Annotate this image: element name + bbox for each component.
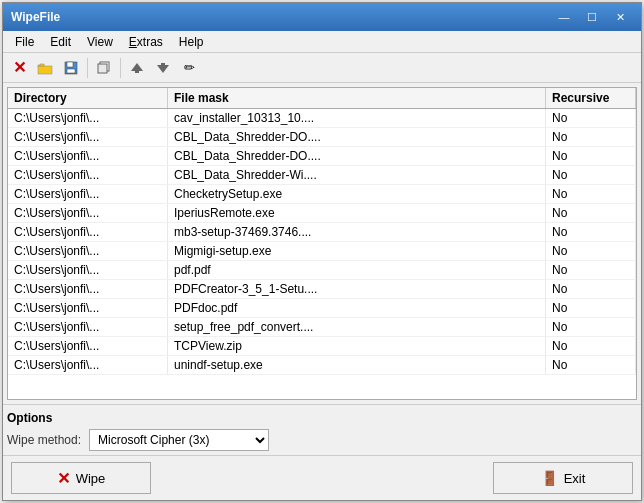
svg-marker-8 xyxy=(131,63,143,71)
cell-recursive: No xyxy=(546,242,636,260)
bottom-bar: ✕ Wipe 🚪 Exit xyxy=(3,455,641,500)
cell-filemask: mb3-setup-37469.3746.... xyxy=(168,223,546,241)
toolbar-copy-btn[interactable] xyxy=(92,56,116,80)
toolbar: ✕ xyxy=(3,53,641,83)
cell-recursive: No xyxy=(546,261,636,279)
wipe-method-label: Wipe method: xyxy=(7,433,81,447)
cell-filemask: CBL_Data_Shredder-DO.... xyxy=(168,128,546,146)
cell-directory: C:\Users\jonfi\... xyxy=(8,337,168,355)
cell-recursive: No xyxy=(546,223,636,241)
cell-filemask: TCPView.zip xyxy=(168,337,546,355)
cell-recursive: No xyxy=(546,280,636,298)
menu-file[interactable]: File xyxy=(7,33,42,51)
main-content: Directory File mask Recursive C:\Users\j… xyxy=(3,83,641,404)
cell-directory: C:\Users\jonfi\... xyxy=(8,204,168,222)
table-row[interactable]: C:\Users\jonfi\... setup_free_pdf_conver… xyxy=(8,318,636,337)
close-button[interactable]: ✕ xyxy=(607,8,633,26)
cell-filemask: cav_installer_10313_10.... xyxy=(168,109,546,127)
menu-help[interactable]: Help xyxy=(171,33,212,51)
table-row[interactable]: C:\Users\jonfi\... unindf-setup.exe No xyxy=(8,356,636,375)
toolbar-moveup-btn[interactable] xyxy=(125,56,149,80)
svg-rect-4 xyxy=(67,62,73,67)
toolbar-save-btn[interactable] xyxy=(59,56,83,80)
svg-rect-9 xyxy=(135,71,139,73)
title-bar: WipeFile — ☐ ✕ xyxy=(3,3,641,31)
file-list-body[interactable]: C:\Users\jonfi\... cav_installer_10313_1… xyxy=(8,109,636,399)
table-row[interactable]: C:\Users\jonfi\... IperiusRemote.exe No xyxy=(8,204,636,223)
cell-recursive: No xyxy=(546,356,636,374)
maximize-button[interactable]: ☐ xyxy=(579,8,605,26)
svg-rect-11 xyxy=(161,63,165,65)
cell-recursive: No xyxy=(546,299,636,317)
cell-recursive: No xyxy=(546,128,636,146)
table-row[interactable]: C:\Users\jonfi\... TCPView.zip No xyxy=(8,337,636,356)
col-header-recursive: Recursive xyxy=(546,88,636,108)
svg-rect-1 xyxy=(38,66,52,74)
cell-filemask: PDFCreator-3_5_1-Setu.... xyxy=(168,280,546,298)
menu-bar: File Edit View Extras Help xyxy=(3,31,641,53)
table-row[interactable]: C:\Users\jonfi\... CBL_Data_Shredder-DO.… xyxy=(8,147,636,166)
options-section: Options Wipe method: Microsoft Cipher (3… xyxy=(3,404,641,455)
cell-directory: C:\Users\jonfi\... xyxy=(8,147,168,165)
cell-filemask: pdf.pdf xyxy=(168,261,546,279)
title-bar-controls: — ☐ ✕ xyxy=(551,8,633,26)
col-header-directory: Directory xyxy=(8,88,168,108)
cell-filemask: CBL_Data_Shredder-DO.... xyxy=(168,147,546,165)
main-window: WipeFile — ☐ ✕ File Edit View Extras Hel… xyxy=(2,2,642,501)
wipe-label: Wipe xyxy=(76,471,106,486)
wipe-method-select[interactable]: Microsoft Cipher (3x)DoD 5220.22-M (3 pa… xyxy=(89,429,269,451)
cell-filemask: CBL_Data_Shredder-Wi.... xyxy=(168,166,546,184)
cell-directory: C:\Users\jonfi\... xyxy=(8,356,168,374)
cell-recursive: No xyxy=(546,109,636,127)
table-row[interactable]: C:\Users\jonfi\... CBL_Data_Shredder-DO.… xyxy=(8,128,636,147)
cell-filemask: ChecketrySetup.exe xyxy=(168,185,546,203)
cell-filemask: IperiusRemote.exe xyxy=(168,204,546,222)
file-list-container: Directory File mask Recursive C:\Users\j… xyxy=(7,87,637,400)
col-header-filemask: File mask xyxy=(168,88,546,108)
wipe-button[interactable]: ✕ Wipe xyxy=(11,462,151,494)
cell-directory: C:\Users\jonfi\... xyxy=(8,242,168,260)
window-title: WipeFile xyxy=(11,10,60,24)
toolbar-open-btn[interactable] xyxy=(33,56,57,80)
options-row: Wipe method: Microsoft Cipher (3x)DoD 52… xyxy=(7,429,637,451)
table-row[interactable]: C:\Users\jonfi\... pdf.pdf No xyxy=(8,261,636,280)
cell-recursive: No xyxy=(546,204,636,222)
cell-recursive: No xyxy=(546,185,636,203)
cell-directory: C:\Users\jonfi\... xyxy=(8,318,168,336)
exit-label: Exit xyxy=(564,471,586,486)
table-row[interactable]: C:\Users\jonfi\... cav_installer_10313_1… xyxy=(8,109,636,128)
cell-filemask: PDFdoc.pdf xyxy=(168,299,546,317)
wipe-icon: ✕ xyxy=(57,469,70,488)
table-row[interactable]: C:\Users\jonfi\... PDFCreator-3_5_1-Setu… xyxy=(8,280,636,299)
menu-edit[interactable]: Edit xyxy=(42,33,79,51)
table-row[interactable]: C:\Users\jonfi\... mb3-setup-37469.3746.… xyxy=(8,223,636,242)
table-row[interactable]: C:\Users\jonfi\... Migmigi-setup.exe No xyxy=(8,242,636,261)
minimize-button[interactable]: — xyxy=(551,8,577,26)
table-row[interactable]: C:\Users\jonfi\... CBL_Data_Shredder-Wi.… xyxy=(8,166,636,185)
cell-recursive: No xyxy=(546,147,636,165)
cell-recursive: No xyxy=(546,166,636,184)
menu-extras[interactable]: Extras xyxy=(121,33,171,51)
toolbar-movedown-btn[interactable] xyxy=(151,56,175,80)
cell-directory: C:\Users\jonfi\... xyxy=(8,261,168,279)
cell-filemask: Migmigi-setup.exe xyxy=(168,242,546,260)
cell-directory: C:\Users\jonfi\... xyxy=(8,185,168,203)
table-row[interactable]: C:\Users\jonfi\... PDFdoc.pdf No xyxy=(8,299,636,318)
table-row[interactable]: C:\Users\jonfi\... ChecketrySetup.exe No xyxy=(8,185,636,204)
menu-view[interactable]: View xyxy=(79,33,121,51)
toolbar-delete-btn[interactable]: ✕ xyxy=(7,56,31,80)
svg-marker-10 xyxy=(157,65,169,73)
cell-directory: C:\Users\jonfi\... xyxy=(8,109,168,127)
toolbar-sep-1 xyxy=(87,58,88,78)
cell-directory: C:\Users\jonfi\... xyxy=(8,299,168,317)
cell-filemask: unindf-setup.exe xyxy=(168,356,546,374)
file-list-header: Directory File mask Recursive xyxy=(8,88,636,109)
cell-recursive: No xyxy=(546,337,636,355)
cell-filemask: setup_free_pdf_convert.... xyxy=(168,318,546,336)
svg-rect-5 xyxy=(67,69,75,73)
toolbar-edit-btn[interactable]: ✏ xyxy=(177,56,201,80)
exit-icon: 🚪 xyxy=(541,470,558,486)
svg-rect-7 xyxy=(98,64,107,73)
cell-directory: C:\Users\jonfi\... xyxy=(8,280,168,298)
exit-button[interactable]: 🚪 Exit xyxy=(493,462,633,494)
